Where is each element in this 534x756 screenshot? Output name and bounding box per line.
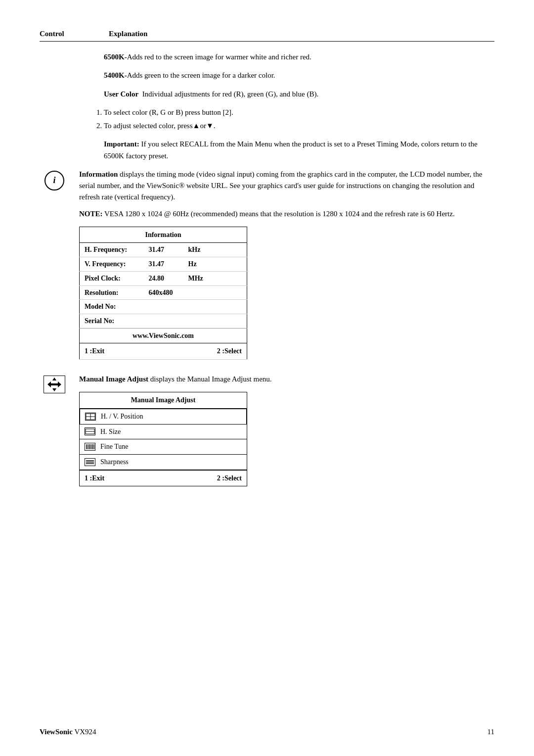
info-row-url: www.ViewSonic.com bbox=[80, 328, 247, 343]
mia-item-sharpness[interactable]: Sharpness bbox=[80, 455, 247, 470]
label-user-color: User Color bbox=[104, 90, 138, 98]
information-para: Information displays the timing mode (vi… bbox=[79, 169, 494, 203]
table-header: Control Explanation bbox=[40, 30, 494, 38]
explanation-header: Explanation bbox=[109, 30, 147, 38]
list-item-1: To select color (R, G or B) press button… bbox=[104, 107, 494, 118]
vfreq-value: 31.47 bbox=[144, 257, 183, 272]
note-label: NOTE: bbox=[79, 210, 103, 218]
mia-footer: 1 :Exit 2 :Select bbox=[80, 470, 247, 486]
arrows-icon bbox=[44, 376, 65, 393]
modelno-label: Model No: bbox=[80, 300, 144, 314]
info-exit-label: 1 :Exit bbox=[80, 343, 183, 360]
text-5400k: Adds green to the screen image for a dar… bbox=[127, 71, 275, 79]
text-6500k: Adds red to the screen image for warmer … bbox=[127, 53, 312, 61]
serialno-unit bbox=[183, 314, 247, 328]
footer-brand: ViewSonic bbox=[40, 728, 73, 736]
mia-icon-sharpness bbox=[85, 458, 95, 466]
note-text: VESA 1280 x 1024 @ 60Hz (recommended) me… bbox=[104, 210, 455, 218]
info-row-resolution: Resolution: 640x480 bbox=[80, 285, 247, 300]
svg-marker-2 bbox=[52, 388, 56, 391]
content-area: 6500K-Adds red to the screen image for w… bbox=[40, 51, 494, 492]
control-header: Control bbox=[40, 30, 79, 38]
mia-select-label: 2 :Select bbox=[217, 473, 242, 484]
info-icon-col: i bbox=[40, 169, 69, 190]
info-row-hfreq: H. Frequency: 31.47 kHz bbox=[80, 243, 247, 257]
info-row-serialno: Serial No: bbox=[80, 314, 247, 328]
information-body: displays the timing mode (video signal i… bbox=[79, 170, 482, 201]
para-6500k: 6500K-Adds red to the screen image for w… bbox=[104, 51, 494, 63]
arrows-symbol: ▲or▼ bbox=[193, 122, 214, 130]
para-5400k: 5400K-Adds green to the screen image for… bbox=[104, 70, 494, 81]
mia-table: Manual Image Adjust H. / V. Position bbox=[79, 392, 247, 486]
page-footer: ViewSonic VX924 11 bbox=[40, 728, 494, 736]
mia-text: displays the Manual Image Adjust menu. bbox=[150, 375, 272, 383]
mia-text-col: Manual Image Adjust displays the Manual … bbox=[79, 374, 494, 492]
info-row-exit: 1 :Exit 2 :Select bbox=[80, 343, 247, 360]
mia-item-sharpness-label: Sharpness bbox=[100, 457, 129, 468]
footer-brand-model: ViewSonic VX924 bbox=[40, 728, 96, 736]
serialno-value bbox=[144, 314, 183, 328]
footer-page-number: 11 bbox=[488, 728, 494, 736]
information-label: Information bbox=[79, 170, 118, 178]
svg-marker-1 bbox=[52, 378, 56, 380]
mia-item-finetune[interactable]: Fine Tune bbox=[80, 439, 247, 455]
para-user-color: User Color Individual adjustments for re… bbox=[104, 89, 494, 100]
header-divider bbox=[40, 41, 494, 42]
mia-para: Manual Image Adjust displays the Manual … bbox=[79, 374, 494, 385]
info-url: www.ViewSonic.com bbox=[80, 328, 247, 343]
mia-item-hsize-label: H. Size bbox=[100, 426, 121, 437]
vfreq-label: V. Frequency: bbox=[80, 257, 144, 272]
mia-exit-label: 1 :Exit bbox=[85, 473, 104, 484]
information-section: i Information displays the timing mode (… bbox=[40, 169, 494, 366]
label-5400k: 5400K- bbox=[104, 71, 127, 79]
para-important: Important: If you select RECALL from the… bbox=[104, 139, 494, 162]
text-user-color: Individual adjustments for red (R), gree… bbox=[142, 90, 319, 98]
mia-label: Manual Image Adjust bbox=[79, 375, 148, 383]
label-important: Important: bbox=[104, 140, 139, 148]
info-table-title: Information bbox=[80, 227, 247, 243]
user-color-list: To select color (R, G or B) press button… bbox=[104, 107, 494, 132]
modelno-unit bbox=[183, 300, 247, 314]
mia-section: Manual Image Adjust displays the Manual … bbox=[40, 374, 494, 492]
mia-icon-hv bbox=[85, 413, 96, 421]
resolution-value: 640x480 bbox=[144, 285, 183, 300]
mia-icon-finetune bbox=[85, 443, 95, 451]
info-table-title-row: Information bbox=[80, 227, 247, 243]
info-icon: i bbox=[44, 171, 64, 190]
info-row-modelno: Model No: bbox=[80, 300, 247, 314]
page: Control Explanation 6500K-Adds red to th… bbox=[0, 0, 534, 756]
svg-marker-0 bbox=[47, 381, 61, 387]
pixelclock-label: Pixel Clock: bbox=[80, 271, 144, 285]
mia-table-title: Manual Image Adjust bbox=[80, 392, 247, 409]
mia-item-hv-label: H. / V. Position bbox=[101, 411, 143, 422]
mia-item-finetune-label: Fine Tune bbox=[100, 441, 128, 452]
modelno-value bbox=[144, 300, 183, 314]
vfreq-unit: Hz bbox=[183, 257, 247, 272]
mia-icon-hsize bbox=[85, 427, 95, 435]
resolution-unit bbox=[183, 285, 247, 300]
label-6500k: 6500K- bbox=[104, 53, 127, 61]
serialno-label: Serial No: bbox=[80, 314, 144, 328]
hfreq-value: 31.47 bbox=[144, 243, 183, 257]
info-row-vfreq: V. Frequency: 31.47 Hz bbox=[80, 257, 247, 272]
text-important: If you select RECALL from the Main Menu … bbox=[104, 140, 478, 159]
info-select-label: 2 :Select bbox=[183, 343, 247, 360]
info-table-wrap: Information H. Frequency: 31.47 kHz V. F… bbox=[79, 227, 494, 360]
info-row-pixelclock: Pixel Clock: 24.80 MHz bbox=[80, 271, 247, 285]
mia-item-hsize[interactable]: H. Size bbox=[80, 425, 247, 440]
note-para: NOTE: VESA 1280 x 1024 @ 60Hz (recommend… bbox=[79, 208, 494, 220]
list-item-2: To adjust selected color, press▲or▼. bbox=[104, 120, 494, 132]
information-text-col: Information displays the timing mode (vi… bbox=[79, 169, 494, 366]
pixelclock-value: 24.80 bbox=[144, 271, 183, 285]
hfreq-label: H. Frequency: bbox=[80, 243, 144, 257]
footer-model: VX924 bbox=[74, 728, 96, 736]
resolution-label: Resolution: bbox=[80, 285, 144, 300]
pixelclock-unit: MHz bbox=[183, 271, 247, 285]
mia-item-hv[interactable]: H. / V. Position bbox=[80, 409, 247, 425]
info-table: Information H. Frequency: 31.47 kHz V. F… bbox=[79, 227, 247, 360]
hfreq-unit: kHz bbox=[183, 243, 247, 257]
mia-icon-col bbox=[40, 374, 69, 393]
